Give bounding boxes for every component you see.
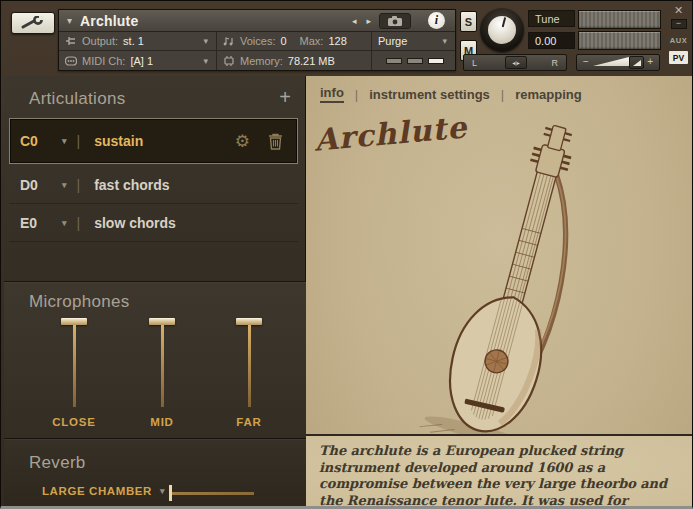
articulation-name: fast chords <box>94 177 169 193</box>
description-panel: The archlute is a European plucked strin… <box>306 434 692 507</box>
instrument-description: The archlute is a European plucked strin… <box>319 443 679 509</box>
tab-bar: info | instrument settings | remapping <box>320 85 582 103</box>
tune-knob[interactable] <box>480 8 524 52</box>
voices-label: Voices: <box>240 35 275 47</box>
articulations-title: Articulations <box>29 89 126 109</box>
articulation-key: E0 <box>20 215 48 231</box>
articulation-row-fast-chords[interactable]: D0 ▾ | fast chords <box>9 166 298 204</box>
meter-segment <box>428 58 444 64</box>
info-button[interactable]: i <box>428 12 445 29</box>
slider-handle[interactable] <box>61 318 87 325</box>
tune-knob-cap <box>488 16 516 44</box>
memory-label: Memory: <box>240 55 283 67</box>
key-dropdown-icon[interactable]: ▾ <box>62 180 67 190</box>
mic-label-mid: MID <box>124 416 200 428</box>
tab-instrument-settings[interactable]: instrument settings <box>369 87 490 102</box>
memory-chip-icon <box>223 56 235 66</box>
articulation-key: C0 <box>20 133 48 149</box>
tune-value-box[interactable]: 0.00 <box>528 32 575 49</box>
wrench-icon <box>20 16 46 30</box>
pan-left-label: L <box>472 58 477 68</box>
meter-segment <box>386 58 402 64</box>
slider-handle[interactable] <box>236 318 262 325</box>
output-label: Output: <box>82 35 118 47</box>
key-dropdown-icon[interactable]: ▾ <box>62 136 67 146</box>
minimize-icon[interactable]: − <box>671 19 687 29</box>
slider-handle[interactable] <box>149 318 175 325</box>
max-label: Max: <box>300 35 324 47</box>
window-controls-strip: ✕ − AUX PV <box>665 4 692 72</box>
archlute-illustration <box>306 118 692 434</box>
memory-segment-meter <box>386 58 444 64</box>
reverb-section: Reverb LARGE CHAMBER ▾ <box>4 438 306 507</box>
output-jack-icon <box>65 36 77 46</box>
midi-memory-row: MIDI Ch: [A] 1 ▾ Memory: 78.21 MB <box>59 51 455 70</box>
purge-dropdown-icon[interactable]: ▾ <box>442 36 447 46</box>
level-meter-right <box>578 31 661 50</box>
pipe-divider: | <box>77 177 81 193</box>
key-dropdown-icon[interactable]: ▾ <box>62 218 67 228</box>
output-value: st. 1 <box>123 35 144 47</box>
info-panel: info | instrument settings | remapping A… <box>306 76 692 507</box>
mic-label-close: CLOSE <box>36 416 112 428</box>
instrument-name: Archlute <box>80 13 138 29</box>
instrument-header-panel: ▾ Archlute ◂ ▸ i Output: st. 1 <box>58 9 456 71</box>
gear-icon[interactable]: ⚙ <box>235 131 250 152</box>
midi-dropdown-icon[interactable]: ▾ <box>203 56 208 66</box>
output-voices-row: Output: st. 1 ▾ Voices: 0 Max: 128 Purge… <box>59 32 455 51</box>
tab-separator: | <box>355 87 358 102</box>
add-articulation-button[interactable]: + <box>279 86 291 109</box>
voices-cell: Voices: 0 Max: 128 <box>217 32 372 50</box>
snapshot-camera-button[interactable] <box>379 13 411 29</box>
pan-handle[interactable]: ◂|▸ <box>505 56 527 69</box>
next-instrument-icon[interactable]: ▸ <box>366 16 371 26</box>
articulation-row-slow-chords[interactable]: E0 ▾ | slow chords <box>9 204 298 242</box>
kontakt-instrument-window: ▾ Archlute ◂ ▸ i Output: st. 1 <box>0 0 693 509</box>
voices-value: 0 <box>280 35 286 47</box>
mic-slider-far[interactable]: FAR <box>211 318 287 438</box>
output-cell[interactable]: Output: st. 1 ▾ <box>59 32 217 50</box>
reverb-preset-value: LARGE CHAMBER <box>42 485 152 497</box>
reverb-slider-handle[interactable] <box>169 485 172 501</box>
instrument-dropdown-icon[interactable]: ▾ <box>67 15 72 26</box>
volume-handle[interactable] <box>629 56 644 69</box>
edit-wrench-button[interactable] <box>11 12 55 34</box>
purge-label: Purge <box>378 35 407 47</box>
reverb-slider-track[interactable] <box>171 492 254 495</box>
volume-plus-button[interactable]: + <box>647 56 653 67</box>
tab-separator: | <box>501 87 504 102</box>
volume-wedge <box>593 57 629 66</box>
reverb-preset-dropdown[interactable]: LARGE CHAMBER ▾ <box>42 485 165 497</box>
pan-slider[interactable]: L ◂|▸ R <box>463 54 567 71</box>
reverb-title: Reverb <box>29 453 86 473</box>
purge-meter-cell <box>372 51 455 70</box>
sidebar: Articulations + C0 ▾ | sustain ⚙ D0 ▾ | … <box>4 76 306 507</box>
output-dropdown-icon[interactable]: ▾ <box>203 36 208 46</box>
articulation-row-sustain[interactable]: C0 ▾ | sustain ⚙ <box>9 118 298 164</box>
memory-value: 78.21 MB <box>288 55 335 67</box>
tab-remapping[interactable]: remapping <box>515 87 581 102</box>
aux-button[interactable]: AUX <box>670 36 687 45</box>
slider-track <box>248 325 251 407</box>
midi-din-icon <box>65 56 77 66</box>
pv-button[interactable]: PV <box>669 51 688 64</box>
microphones-title: Microphones <box>29 292 130 312</box>
tune-label-box: Tune <box>528 10 575 27</box>
camera-icon <box>388 16 402 26</box>
solo-button[interactable]: S <box>460 11 477 32</box>
close-icon[interactable]: ✕ <box>674 4 683 16</box>
volume-minus-button[interactable]: − <box>583 56 589 67</box>
mic-label-far: FAR <box>211 416 287 428</box>
trash-icon[interactable] <box>268 133 283 150</box>
volume-slider[interactable]: − + <box>576 54 660 71</box>
tab-info[interactable]: info <box>320 85 344 103</box>
midi-cell[interactable]: MIDI Ch: [A] 1 ▾ <box>59 51 217 70</box>
prev-instrument-icon[interactable]: ◂ <box>352 16 357 26</box>
tune-label: Tune <box>535 13 560 25</box>
mic-slider-close[interactable]: CLOSE <box>36 318 112 438</box>
purge-cell[interactable]: Purge ▾ <box>372 32 455 50</box>
pan-right-label: R <box>552 58 559 68</box>
instrument-title-row: ▾ Archlute ◂ ▸ i <box>59 10 455 32</box>
max-value: 128 <box>328 35 346 47</box>
mic-slider-mid[interactable]: MID <box>124 318 200 438</box>
